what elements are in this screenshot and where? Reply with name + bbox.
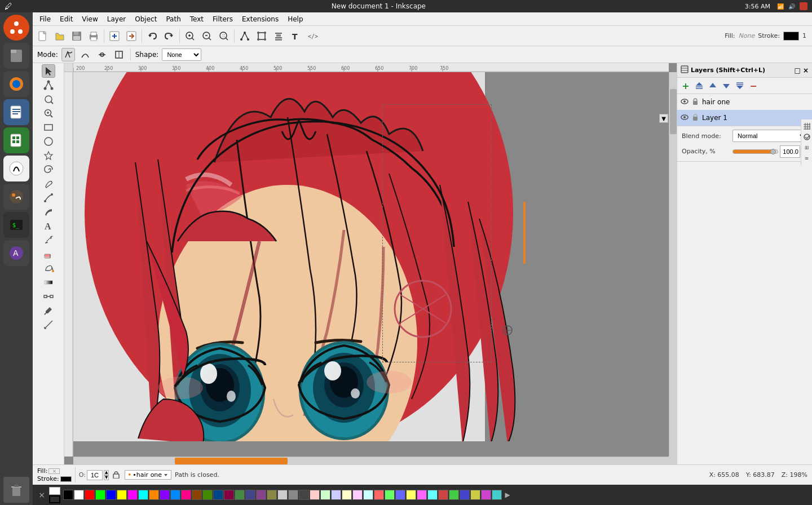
swatch-greenlight[interactable] xyxy=(320,490,330,500)
zoom-tool-btn[interactable] xyxy=(42,107,55,120)
node-edit-btn[interactable] xyxy=(237,28,253,44)
layer-row-layer1[interactable]: Layer 1 xyxy=(677,110,812,126)
eraser-tool-btn[interactable] xyxy=(42,247,55,261)
layer-eye-layer1[interactable] xyxy=(681,113,689,123)
snap-to-grids[interactable] xyxy=(802,122,811,131)
dock-inkscape[interactable] xyxy=(3,156,29,181)
dock-trash[interactable] xyxy=(3,477,29,503)
dock-gimp[interactable] xyxy=(3,184,29,210)
layer-lower-btn[interactable] xyxy=(720,79,732,92)
text-format-btn[interactable]: T xyxy=(288,28,303,44)
swatch-olive[interactable] xyxy=(202,490,213,500)
layer-raise-btn[interactable] xyxy=(707,79,719,92)
swatch-greendark[interactable] xyxy=(449,490,459,500)
obj-opacity-down[interactable]: ▼ xyxy=(104,475,109,480)
menu-extensions[interactable]: Extensions xyxy=(237,14,283,24)
new-btn[interactable] xyxy=(35,28,51,44)
swatch-magenta[interactable] xyxy=(127,490,138,500)
layer-row-hair-one[interactable]: hair one xyxy=(677,94,812,110)
stroke-color-box[interactable] xyxy=(783,32,799,41)
fill-none-box[interactable]: × xyxy=(48,468,60,474)
swatch-red[interactable] xyxy=(85,490,95,500)
opacity-slider-track[interactable] xyxy=(732,149,778,154)
dock-libreoffice-writer[interactable] xyxy=(3,99,29,125)
layer-raise-to-top-btn[interactable] xyxy=(693,79,705,92)
blend-mode-select[interactable]: Normal Multiply Screen Overlay xyxy=(732,130,807,142)
zoom-in-btn[interactable] xyxy=(182,28,198,44)
calligraphy-tool-btn[interactable] xyxy=(42,205,55,219)
layer-delete-btn[interactable]: − xyxy=(747,79,760,92)
mode-smooth-btn[interactable] xyxy=(78,48,92,61)
menu-layer[interactable]: Layer xyxy=(103,14,130,24)
dock-terminal[interactable]: $_ xyxy=(3,212,29,238)
swatch-violet[interactable] xyxy=(256,490,266,500)
right-tool-4[interactable]: ≡ xyxy=(802,154,811,163)
menu-filters[interactable]: Filters xyxy=(208,14,237,24)
pen-tool-btn[interactable] xyxy=(42,191,55,205)
palette-scroll-right[interactable]: ▶ xyxy=(504,489,511,500)
snap-enable[interactable] xyxy=(802,132,811,141)
dock-files[interactable] xyxy=(3,43,29,69)
align-btn[interactable] xyxy=(271,28,286,44)
opacity-slider-thumb[interactable] xyxy=(770,149,776,154)
zoom-fit-btn[interactable]: :: xyxy=(216,28,232,44)
zoom-out-btn[interactable] xyxy=(199,28,215,44)
print-btn[interactable] xyxy=(86,28,102,44)
swatch-orange[interactable] xyxy=(149,490,159,500)
menu-view[interactable]: View xyxy=(77,14,102,24)
paint-bucket-tool-btn[interactable] xyxy=(42,262,55,275)
mode-symmetric-btn[interactable] xyxy=(95,48,109,61)
menu-help[interactable]: Help xyxy=(283,14,307,24)
export-btn[interactable] xyxy=(123,28,139,44)
swatch-white[interactable] xyxy=(74,490,84,500)
circle-tool-btn[interactable] xyxy=(42,135,55,148)
swatch-skyblue[interactable] xyxy=(170,490,180,500)
xml-editor-btn[interactable]: </> xyxy=(304,28,320,44)
import-btn[interactable] xyxy=(107,28,122,44)
stroke-black-box[interactable] xyxy=(60,476,72,482)
obj-opacity-input[interactable] xyxy=(87,470,103,480)
swatch-cyandark[interactable] xyxy=(492,490,502,500)
swatch-magmed[interactable] xyxy=(417,490,427,500)
canvas-area[interactable]: 200 250 300 350 400 450 500 xyxy=(64,63,677,464)
tweak-tool-btn[interactable] xyxy=(42,92,55,106)
palette-close-btn[interactable]: × xyxy=(36,489,47,500)
layers-minimize-btn[interactable]: □ xyxy=(795,67,801,74)
dock-libreoffice-calc[interactable] xyxy=(3,127,29,153)
star-tool-btn[interactable] xyxy=(42,149,55,162)
swatch-maroon[interactable] xyxy=(224,490,234,500)
swatch-maglight[interactable] xyxy=(352,490,363,500)
swatch-cyanmed[interactable] xyxy=(427,490,438,500)
menu-file[interactable]: File xyxy=(35,14,55,24)
swatch-navy[interactable] xyxy=(213,490,223,500)
menu-path[interactable]: Path xyxy=(161,14,185,24)
v-scroll-thumb[interactable] xyxy=(670,89,677,134)
swatch-greenmed[interactable] xyxy=(385,490,395,500)
menu-edit[interactable]: Edit xyxy=(55,14,77,24)
save-btn[interactable] xyxy=(69,28,85,44)
page-nav-btn[interactable]: ▼ xyxy=(659,114,668,123)
swatch-black[interactable] xyxy=(63,490,73,500)
opacity-value-input[interactable] xyxy=(780,145,800,158)
node-tool-btn[interactable] xyxy=(42,78,55,92)
swatch-gray[interactable] xyxy=(288,490,298,500)
swatch-purple[interactable] xyxy=(160,490,170,500)
layer-add-btn[interactable]: + xyxy=(679,79,692,92)
swatch-brown[interactable] xyxy=(192,490,202,500)
mode-auto-btn[interactable] xyxy=(112,48,126,61)
swatch-indigo[interactable] xyxy=(245,490,255,500)
layer-indicator[interactable]: • •hair one xyxy=(125,470,171,480)
shape-select[interactable]: None Triangle Square Star xyxy=(162,48,201,61)
swatch-bluedark[interactable] xyxy=(460,490,470,500)
swatch-yellowmed[interactable] xyxy=(406,490,416,500)
swatch-pinklight[interactable] xyxy=(310,490,320,500)
layers-close-btn[interactable]: × xyxy=(803,67,809,74)
spiral-tool-btn[interactable] xyxy=(42,163,55,176)
menu-text[interactable]: Text xyxy=(186,14,208,24)
horizontal-scrollbar[interactable] xyxy=(73,457,669,464)
drawing-canvas[interactable] xyxy=(73,72,669,457)
right-tool-3[interactable]: ⊞ xyxy=(802,143,811,152)
obj-opacity-up[interactable]: ▲ xyxy=(104,470,109,475)
measure-tool-btn[interactable] xyxy=(42,318,55,331)
swatch-darkgreen[interactable] xyxy=(235,490,245,500)
